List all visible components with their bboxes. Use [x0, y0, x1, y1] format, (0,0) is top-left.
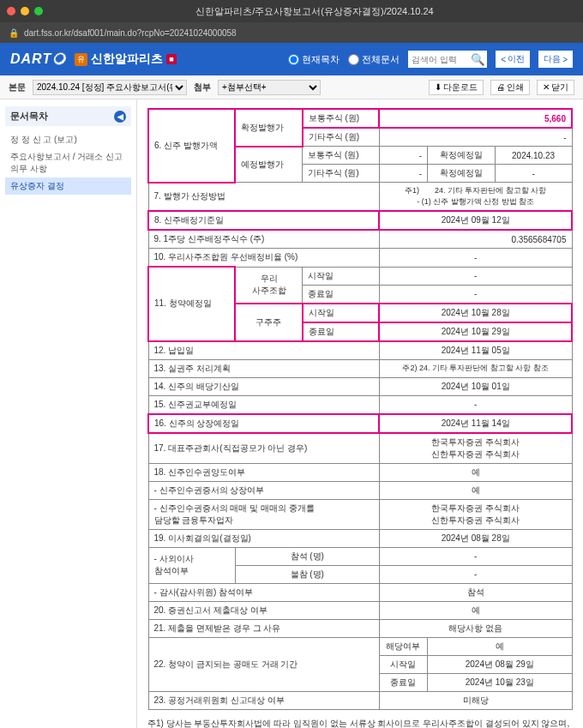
cheobu-label: 첨부	[194, 81, 211, 93]
row-19-label: 19. 이사회결의일(결정일)	[148, 529, 379, 547]
toc-item-selected[interactable]: 유상증자 결정	[5, 177, 131, 195]
cell-value: -	[379, 547, 572, 565]
row-10-value: -	[379, 249, 572, 268]
row-21-label: 21. 제출을 면제받은 경우 그 사유	[148, 619, 379, 637]
cell-date-label: 확정예정일	[428, 147, 496, 165]
row-7-value: 주1) 24. 기타 투자판단에 참고할 사항 - (1) 신주 발행가액 산정…	[379, 183, 572, 212]
close-window-button[interactable]	[7, 7, 15, 15]
cell-value: 2024년 10월 23일	[428, 673, 572, 691]
row-6-label: 6. 신주 발행가액	[148, 109, 235, 183]
cell-date-label: 확정예정일	[428, 165, 496, 183]
row-17-label: 17. 대표주관회사(직접공모가 아닌 경우)	[148, 433, 379, 464]
cell-present: 참석 (명)	[235, 547, 379, 565]
search-input[interactable]	[408, 51, 468, 68]
row-20-label: 20. 증권신고서 제출대상 여부	[148, 601, 379, 619]
app-header: DART🔾 유 신한알파리츠 ■ 현재목차 전체문서 🔍 < 이전 다음 >	[0, 43, 583, 75]
row-15-value: -	[379, 395, 572, 414]
cell-end: 종료일	[303, 285, 380, 304]
row-14-value: 2024년 10월 01일	[379, 377, 572, 395]
row-19a-label: - 사외이사 참석여부	[148, 547, 235, 583]
collapse-icon[interactable]: ◀	[114, 111, 126, 123]
cell-common-stock: 보통주식 (원)	[303, 109, 380, 128]
cell-common-stock: 보통주식 (원)	[303, 147, 380, 165]
cell-value: 2024년 08월 29일	[428, 655, 572, 673]
bonmun-select[interactable]: 2024.10.24 [정정] 주요사항보고서(유…	[33, 80, 187, 95]
cell-value: -	[379, 285, 572, 304]
row-10-label: 10. 우리사주조합원 우선배정비율 (%)	[148, 249, 379, 268]
cell-value: 2024년 10월 28일	[379, 304, 572, 322]
row-6a-label: 확정발행가	[235, 109, 303, 147]
lock-icon: 🔒	[9, 28, 19, 38]
cell-end: 종료일	[303, 322, 380, 341]
cell-start: 시작일	[303, 267, 380, 285]
row-14-label: 14. 신주의 배당기산일	[148, 377, 379, 395]
row-13-value: 주2) 24. 기타 투자판단에 참고할 사항 참조	[379, 359, 572, 377]
doc-scope-radio[interactable]: 현재목차 전체문서	[288, 53, 400, 66]
window-title: 신한알파리츠/주요사항보고서(유상증자결정)/2024.10.24	[53, 5, 576, 18]
row-16-label: 16. 신주의 상장예정일	[148, 414, 379, 433]
download-button[interactable]: ⬇ 다운로드	[429, 80, 484, 95]
company-name: 신한알파리츠	[91, 51, 163, 67]
row-18a-label: - 신주인수권증서의 상장여부	[148, 481, 379, 499]
row-12-label: 12. 납입일	[148, 341, 379, 360]
row-18b-label: - 신주인수권증서의 매매 및 매매의 중개를 담당할 금융투자업자	[148, 499, 379, 529]
cell-value: 2024년 10월 29일	[379, 322, 572, 341]
row-7-label: 7. 발행가 산정방법	[148, 183, 379, 212]
bonmun-label: 본문	[9, 81, 26, 93]
cell-other-stock: 기타주식 (원)	[303, 128, 380, 147]
cell-start: 시작일	[303, 304, 380, 322]
sub-toolbar: 본문 2024.10.24 [정정] 주요사항보고서(유… 첨부 +첨부선택+ …	[0, 75, 583, 99]
cell-value: -	[379, 147, 427, 165]
toc-item[interactable]: 정 정 신 고 (보고)	[5, 131, 131, 148]
toc-header: 문서목차 ◀	[5, 106, 131, 126]
row-19-value: 2024년 08월 28일	[379, 529, 572, 547]
search-button[interactable]: 🔍	[468, 51, 487, 68]
footnote-1: 주1) 당사는 부동산투자회사법에 따라 임직원이 없는 서류상 회사이므로 우…	[147, 717, 573, 729]
cell-date-value: 2024.10.23	[495, 147, 572, 165]
url-text: dart.fss.or.kr/dsaf001/main.do?rcpNo=202…	[24, 28, 237, 38]
next-button[interactable]: 다음 >	[538, 51, 573, 68]
row-11b-label: 구주주	[235, 304, 303, 341]
dart-logo[interactable]: DART🔾	[10, 51, 66, 67]
company-badge: 유	[75, 53, 87, 66]
window-titlebar: 신한알파리츠/주요사항보고서(유상증자결정)/2024.10.24	[0, 0, 583, 22]
cell-date-value: -	[495, 165, 572, 183]
cell-value: -	[379, 267, 572, 285]
row-21-value: 해당사항 없음	[379, 619, 572, 637]
radio-current[interactable]	[288, 54, 299, 65]
company-tag: 유 신한알파리츠 ■	[75, 51, 176, 67]
row-19b-label: - 감사(감사위원) 참석여부	[148, 583, 379, 601]
sidebar: 문서목차 ◀ 정 정 신 고 (보고) 주요사항보고서 / 거래소 신고의무 사…	[0, 99, 137, 728]
search-box: 🔍	[408, 51, 487, 68]
row-15-label: 15. 신주권교부예정일	[148, 395, 379, 414]
row-23-label: 23. 공정거래위원회 신고대상 여부	[148, 691, 379, 709]
print-button[interactable]: 🖨 인쇄	[490, 80, 530, 95]
row-9-value: 0.3565684705	[379, 230, 572, 249]
cell-applies: 해당여부	[379, 637, 427, 655]
row-18-value: 예	[379, 463, 572, 481]
row-16-value: 2024년 11월 14일	[379, 414, 572, 433]
row-18a-value: 예	[379, 481, 572, 499]
row-9-label: 9. 1주당 신주배정주식수 (주)	[148, 230, 379, 249]
url-bar[interactable]: 🔒 dart.fss.or.kr/dsaf001/main.do?rcpNo=2…	[0, 22, 583, 43]
row-11a-label: 우리 사주조합	[235, 267, 303, 304]
close-button[interactable]: ✕ 닫기	[537, 80, 574, 95]
row-13-label: 13. 실권주 처리계획	[148, 359, 379, 377]
row-12-value: 2024년 11월 05일	[379, 341, 572, 360]
radio-full[interactable]	[348, 54, 359, 65]
report-table: 6. 신주 발행가액 확정발행가 보통주식 (원) 5,660 기타주식 (원)…	[147, 108, 573, 710]
cell-value: -	[379, 128, 572, 147]
cheobu-select[interactable]: +첨부선택+	[218, 80, 321, 95]
prev-button[interactable]: < 이전	[496, 51, 530, 68]
cell-value: -	[379, 565, 572, 583]
document-content: 6. 신주 발행가액 확정발행가 보통주식 (원) 5,660 기타주식 (원)…	[137, 99, 583, 728]
minimize-window-button[interactable]	[21, 7, 29, 15]
cell-price-value: 5,660	[379, 109, 572, 128]
row-18-label: 18. 신주인수권양도여부	[148, 463, 379, 481]
row-6b-label: 예정발행가	[235, 147, 303, 183]
row-8-value: 2024년 09월 12일	[379, 211, 572, 230]
maximize-window-button[interactable]	[34, 7, 43, 15]
toc-item[interactable]: 주요사항보고서 / 거래소 신고의무 사항	[5, 148, 131, 177]
cell-absent: 불참 (명)	[235, 565, 379, 583]
row-17-value: 한국투자증권 주식회사 신한투자증권 주식회사	[379, 433, 572, 464]
